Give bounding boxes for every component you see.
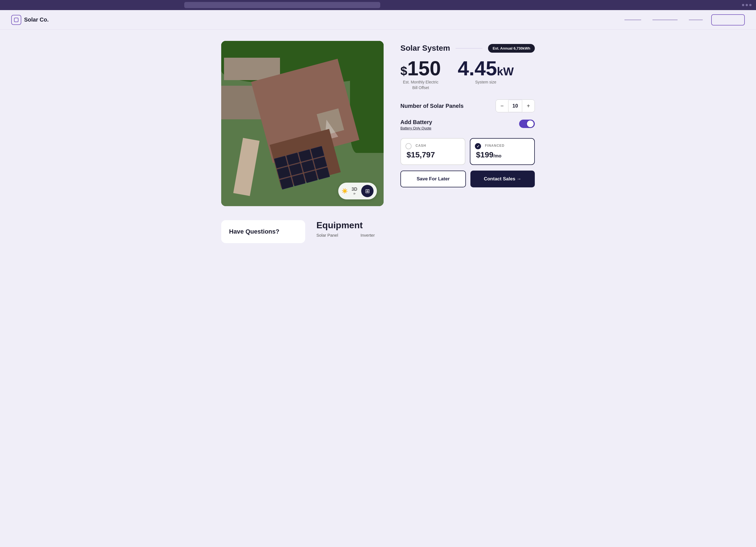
aerial-image-container: ☀️ 3D ⟳ ⊞ xyxy=(221,41,384,206)
system-size-value: 4.45kW xyxy=(458,58,514,78)
panel-count-row: Number of Solar Panels − 10 + xyxy=(400,99,535,112)
financed-payment-card[interactable]: ✓ FINANCED $199/mo xyxy=(470,138,535,165)
panel-count-label: Number of Solar Panels xyxy=(400,103,464,109)
toggle-thumb xyxy=(527,120,534,127)
battery-label-group: Add Battery Battery Only Quote xyxy=(400,119,432,130)
save-button[interactable]: Save For Later xyxy=(400,171,466,187)
nav-link-2[interactable] xyxy=(652,20,678,20)
battery-label: Add Battery xyxy=(400,119,432,125)
monthly-bill-value: $150 xyxy=(400,58,441,78)
logo-text: Solar Co. xyxy=(24,17,49,23)
system-size-unit: kW xyxy=(497,65,514,78)
main-content: ☀️ 3D ⟳ ⊞ Solar System Est. Annual 6,730… xyxy=(210,30,546,260)
map-icon: ⊞ xyxy=(365,188,370,194)
navbar: Solar Co. xyxy=(0,10,756,30)
sun-view-button[interactable]: ☀️ xyxy=(342,188,348,194)
system-size-label: System size xyxy=(458,80,514,85)
contact-sales-button[interactable]: Contact Sales → xyxy=(470,171,535,187)
equipment-section: Equipment Solar Panel Inverter xyxy=(316,220,535,243)
solar-panel-label: Solar Panel xyxy=(316,233,338,238)
nav-links xyxy=(624,20,703,20)
check-mark: ✓ xyxy=(477,144,480,148)
browser-dots xyxy=(742,4,752,6)
decrement-button[interactable]: − xyxy=(496,100,508,112)
cash-amount: $15,797 xyxy=(407,150,459,159)
panel-counter: − 10 + xyxy=(496,99,535,112)
map-view-button[interactable]: ⊞ xyxy=(361,185,374,197)
financed-price: $199 xyxy=(476,150,493,159)
view-controls: ☀️ 3D ⟳ ⊞ xyxy=(338,183,377,199)
sun-icon: ☀️ xyxy=(342,188,348,194)
browser-bar xyxy=(0,0,756,10)
cash-check-icon xyxy=(405,143,412,149)
battery-toggle[interactable] xyxy=(519,120,535,128)
action-row: Save For Later Contact Sales → xyxy=(400,171,535,187)
financed-check-icon: ✓ xyxy=(475,143,481,149)
battery-quote-link[interactable]: Battery Only Quote xyxy=(400,126,432,130)
inverter-label: Inverter xyxy=(361,233,375,238)
3d-label: ⟳ xyxy=(353,192,356,195)
monthly-bill-label: Est. Monthly ElectricBill Offset xyxy=(400,80,441,90)
3d-view-button[interactable]: 3D ⟳ xyxy=(352,187,357,195)
cash-label: CASH xyxy=(416,144,426,148)
top-section: ☀️ 3D ⟳ ⊞ Solar System Est. Annual 6,730… xyxy=(221,41,535,206)
right-panel: Solar System Est. Annual 6,730kWh $150 E… xyxy=(400,41,535,187)
cash-payment-card[interactable]: CASH $15,797 xyxy=(400,138,465,165)
logo-icon-inner xyxy=(14,18,18,22)
logo[interactable]: Solar Co. xyxy=(11,15,49,25)
stats-row: $150 Est. Monthly ElectricBill Offset 4.… xyxy=(400,58,535,90)
monthly-bill-stat: $150 Est. Monthly ElectricBill Offset xyxy=(400,58,441,90)
system-size-number: 4.45 xyxy=(458,57,497,80)
aerial-image xyxy=(221,41,384,206)
battery-row: Add Battery Battery Only Quote xyxy=(400,119,535,130)
equipment-title: Equipment xyxy=(316,220,535,231)
questions-card: Have Questions? xyxy=(221,220,305,243)
nav-link-1[interactable] xyxy=(624,20,641,20)
cash-label-row: CASH xyxy=(407,144,459,149)
browser-dot-2 xyxy=(746,4,748,6)
3d-icon: 3D xyxy=(352,187,357,192)
section-title: Solar System xyxy=(400,44,450,53)
bottom-section: Have Questions? Equipment Solar Panel In… xyxy=(221,220,535,243)
financed-amount: $199/mo xyxy=(476,150,529,159)
address-bar[interactable] xyxy=(184,2,380,8)
system-size-stat: 4.45kW System size xyxy=(458,58,514,90)
browser-dot-1 xyxy=(742,4,744,6)
payment-row: CASH $15,797 ✓ FINANCED $199/mo xyxy=(400,138,535,165)
increment-button[interactable]: + xyxy=(522,100,535,112)
per-month: /mo xyxy=(493,153,501,158)
questions-title: Have Questions? xyxy=(229,228,297,235)
nav-cta-button[interactable] xyxy=(711,14,745,25)
nav-link-3[interactable] xyxy=(689,20,703,20)
browser-dot-3 xyxy=(749,4,752,6)
annual-badge: Est. Annual 6,730kWh xyxy=(488,44,535,53)
panel-count-value: 10 xyxy=(508,100,522,112)
financed-label: FINANCED xyxy=(485,144,505,148)
financed-label-row: ✓ FINANCED xyxy=(476,144,529,149)
section-header: Solar System Est. Annual 6,730kWh xyxy=(400,44,535,53)
logo-icon xyxy=(11,15,21,25)
